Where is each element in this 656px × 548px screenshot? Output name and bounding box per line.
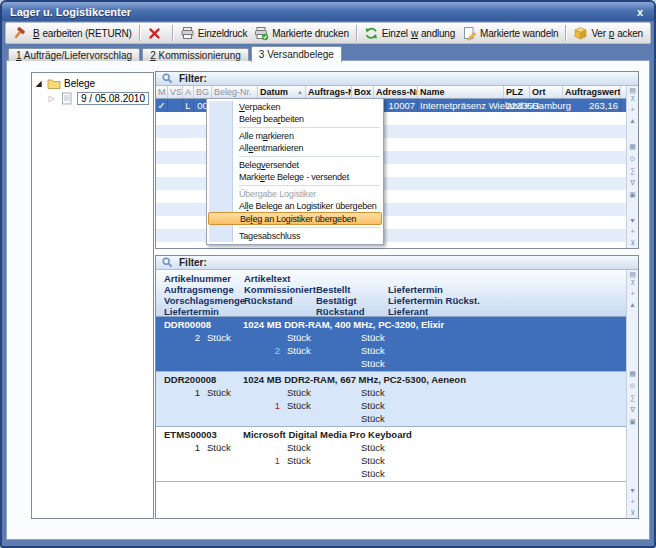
band-header-label[interactable]: Liefertermin Rückst. xyxy=(388,295,480,306)
menu-item[interactable]: Markierte Belege - versendet xyxy=(207,171,383,183)
article-title-row[interactable]: ETMS00003Microsoft Digital Media Pro Key… xyxy=(156,428,626,441)
scroll-down-icon[interactable]: + xyxy=(630,498,634,506)
article-row[interactable]: Stück xyxy=(156,412,626,425)
band-header-label[interactable]: Vorschlagsmenge xyxy=(164,295,245,306)
bearbeiten-button[interactable]: Bearbeiten (RETURN) xyxy=(9,25,135,42)
row-cell[interactable]: 22335 xyxy=(504,99,530,112)
scroll-up-icon[interactable]: + xyxy=(630,106,634,114)
scroll-down-icon[interactable]: + xyxy=(630,228,634,236)
band-header-label[interactable]: Kommissioniert xyxy=(244,284,316,295)
row-cell[interactable]: ✓ xyxy=(156,99,168,112)
tree-node-document[interactable]: ▷ 9 / 05.08.2010 xyxy=(34,91,151,106)
search-icon[interactable]: ⊙ xyxy=(630,382,636,390)
band-header-label[interactable]: Lieferant xyxy=(388,306,428,317)
column-header[interactable]: Name xyxy=(418,86,504,98)
filter-bar[interactable]: Filter: xyxy=(156,256,638,270)
column-header[interactable]: Box xyxy=(352,86,374,98)
tree-collapsed-icon[interactable]: ▷ xyxy=(47,94,56,103)
article-groups[interactable]: DDR000081024 MB DDR-RAM, 400 MHz, PC-320… xyxy=(156,317,626,518)
article-row[interactable]: 1StückStückStück xyxy=(156,386,626,399)
scroll-top-icon[interactable]: ⊼ xyxy=(630,279,635,287)
tagesabschluss-button[interactable]: Tagesabschluss xyxy=(647,25,651,42)
filter-bar[interactable]: Filter: xyxy=(156,72,638,86)
band-header-label[interactable]: Auftragsmenge xyxy=(164,284,234,295)
row-cell[interactable]: L xyxy=(183,99,194,112)
column-chooser-icon[interactable]: ▤ xyxy=(629,87,636,95)
filter-funnel-icon[interactable]: ∇ xyxy=(630,179,635,187)
column-header[interactable]: Datum▲ xyxy=(258,86,306,98)
menu-item[interactable]: Alle entmarkieren xyxy=(207,142,383,154)
band-header-label[interactable]: Artikelnummer xyxy=(164,273,231,284)
sum-icon[interactable]: ∑ xyxy=(630,394,635,402)
menu-item[interactable]: Alle markieren xyxy=(207,130,383,142)
row-cell[interactable]: Internetpräsenz Wieland KG xyxy=(418,99,504,112)
band-header-label[interactable]: Liefertermin xyxy=(388,284,443,295)
column-header[interactable]: Adress-Nr. xyxy=(374,86,418,98)
close-icon[interactable]: x xyxy=(634,6,646,18)
markierte-wandeln-button[interactable]: Markierte wandeln xyxy=(459,25,561,42)
sum-icon[interactable]: ∑ xyxy=(630,167,635,175)
column-header[interactable]: A xyxy=(183,86,194,98)
layout-icon[interactable]: ▣ xyxy=(629,191,636,199)
row-cell[interactable] xyxy=(168,99,183,112)
column-chooser-icon[interactable]: ▤ xyxy=(629,271,636,279)
band-header-label[interactable]: Rückstand xyxy=(244,295,293,306)
tab-kommissionierung[interactable]: 2 Kommissionierung xyxy=(142,48,249,61)
article-row[interactable]: 2StückStück xyxy=(156,344,626,357)
column-header[interactable]: M xyxy=(156,86,168,98)
verpacken-button[interactable]: Verpacken xyxy=(570,25,645,42)
article-row[interactable]: 2StückStückStück xyxy=(156,331,626,344)
menu-item[interactable]: Verpacken xyxy=(207,101,383,113)
column-header[interactable]: Ort xyxy=(530,86,563,98)
grid-view-icon[interactable]: ▦ xyxy=(629,143,636,151)
scroll-bottom-icon[interactable]: ⊻ xyxy=(630,509,635,517)
title-bar[interactable]: Lager u. Logistikcenter x xyxy=(2,2,654,21)
tree-node-label[interactable]: 9 / 05.08.2010 xyxy=(77,92,149,105)
einzelwandlung-button[interactable]: Einzelwandlung xyxy=(361,25,458,42)
article-row[interactable]: 1StückStück xyxy=(156,454,626,467)
loeschen-button[interactable] xyxy=(144,25,168,42)
article-group[interactable]: ETMS00003Microsoft Digital Media Pro Key… xyxy=(156,427,626,482)
column-header[interactable]: VS xyxy=(168,86,183,98)
band-header-label[interactable]: Artikeltext xyxy=(244,273,290,284)
menu-item[interactable]: Beleg bearbeiten xyxy=(207,113,383,125)
menu-item[interactable]: Beleg versendet xyxy=(207,159,383,171)
scroll-bottom-icon[interactable]: ⊻ xyxy=(630,239,635,247)
layout-icon[interactable]: ▣ xyxy=(629,418,636,426)
scroll-top-icon[interactable]: ⊼ xyxy=(630,95,635,103)
tab-auftraege[interactable]: 1 Aufträge/Liefervorschlag xyxy=(8,48,140,61)
row-down-icon[interactable]: ▼ xyxy=(629,487,636,495)
documents-tree[interactable]: ◢ Belege ▷ 9 / 05.08.2010 xyxy=(31,72,154,519)
row-up-icon[interactable]: ▲ xyxy=(629,301,636,309)
tree-node-belege[interactable]: ◢ Belege xyxy=(34,76,151,91)
article-group[interactable]: DDR000081024 MB DDR-RAM, 400 MHz, PC-320… xyxy=(156,317,626,372)
band-header-label[interactable]: Liefertermin xyxy=(164,306,219,317)
article-row[interactable]: Stück xyxy=(156,467,626,480)
row-cell[interactable]: Hamburg xyxy=(530,99,563,112)
column-header[interactable]: BG xyxy=(194,86,212,98)
band-header-label[interactable]: Rückstand xyxy=(316,306,365,317)
article-row[interactable]: 1StückStückStück xyxy=(156,441,626,454)
article-row[interactable]: 1StückStück xyxy=(156,399,626,412)
row-up-icon[interactable]: ▲ xyxy=(629,117,636,125)
menu-item[interactable]: Alle Belege an Logistiker übergeben xyxy=(207,200,383,212)
filter-funnel-icon[interactable]: ∇ xyxy=(630,406,635,414)
menu-item[interactable]: Beleg an Logistiker übergeben xyxy=(208,212,382,225)
column-header[interactable]: Beleg-Nr. xyxy=(212,86,258,98)
markierte-drucken-button[interactable]: Markierte drucken xyxy=(251,25,352,42)
grid-view-icon[interactable]: ▦ xyxy=(629,370,636,378)
scroll-up-icon[interactable]: + xyxy=(630,290,634,298)
search-icon[interactable]: ⊙ xyxy=(630,155,636,163)
band-header-label[interactable]: Bestellt xyxy=(316,284,350,295)
row-cell[interactable]: 263,16 xyxy=(563,99,621,112)
menu-item[interactable]: Tagesabschluss xyxy=(207,230,383,242)
grid-scroll-strip[interactable]: ▤⊼+▲▦⊙∑∇▣▼+⊻ xyxy=(626,270,638,518)
article-row[interactable]: Stück xyxy=(156,357,626,370)
row-down-icon[interactable]: ▼ xyxy=(629,217,636,225)
column-header[interactable]: PLZ xyxy=(504,86,530,98)
article-group[interactable]: DDR2000081024 MB DDR2-RAM, 667 MHz, PC2-… xyxy=(156,372,626,427)
band-header-label[interactable]: Bestätigt xyxy=(316,295,357,306)
tab-versandbelege[interactable]: 3 Versandbelege xyxy=(251,46,342,62)
tree-expander-icon[interactable]: ◢ xyxy=(34,79,43,88)
column-header[interactable]: Auftrags-Nr. xyxy=(306,86,352,98)
